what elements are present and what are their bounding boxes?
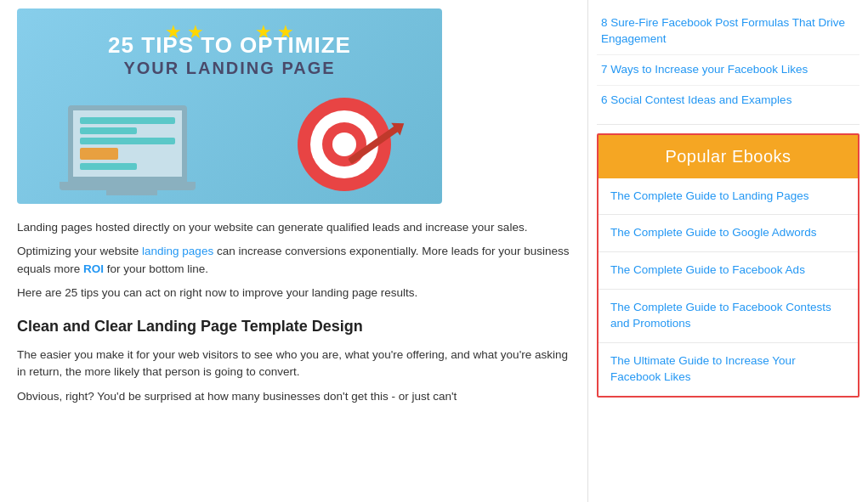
sidebar-link[interactable]: 6 Social Contest Ideas and Examples [597, 86, 859, 116]
landing-pages-link[interactable]: landing pages [142, 245, 213, 257]
body-p2-end: for your bottom line. [104, 262, 208, 275]
ebook-item: The Complete Guide to Facebook Ads [599, 252, 858, 290]
ebook-link[interactable]: The Complete Guide to Google Adwords [610, 226, 816, 239]
ebook-item: The Ultimate Guide to Increase Your Face… [599, 343, 858, 396]
ebooks-header: Popular Ebooks [599, 135, 858, 178]
body-text: Landing pages hosted directly on your we… [17, 219, 570, 405]
ebook-link[interactable]: The Complete Guide to Facebook Ads [610, 263, 805, 276]
ebook-link[interactable]: The Complete Guide to Facebook Contests … [610, 301, 831, 330]
ebooks-list: The Complete Guide to Landing PagesThe C… [599, 178, 858, 396]
body-p2-start: Optimizing your website [17, 245, 142, 257]
target-illustration [298, 98, 391, 191]
target-ring3 [322, 122, 366, 166]
body-p1: Landing pages hosted directly on your we… [17, 219, 570, 236]
laptop-screen [68, 105, 187, 182]
screen-bar-2 [80, 127, 137, 134]
ebooks-box: Popular Ebooks The Complete Guide to Lan… [597, 133, 859, 398]
body-p3: Here are 25 tips you can act on right no… [17, 285, 570, 302]
main-content: ★ ★ ★ ★ 25 TIPS TO OPTIMIZE YOUR LANDING… [0, 0, 587, 502]
hero-line2: YOUR LANDING PAGE [108, 59, 351, 78]
roi-link: ROI [83, 262, 104, 275]
sidebar: 8 Sure-Fire Facebook Post Formulas That … [587, 0, 868, 502]
sidebar-link[interactable]: 8 Sure-Fire Facebook Post Formulas That … [597, 8, 859, 55]
ebook-item: The Complete Guide to Facebook Contests … [599, 290, 858, 343]
target-center [332, 133, 356, 156]
screen-bar-1 [80, 117, 175, 124]
screen-bar-4 [80, 163, 137, 170]
screen-content [73, 110, 182, 177]
target-outer [298, 98, 391, 191]
laptop-base [60, 182, 196, 190]
body-p4: The easier you make it for your web visi… [17, 347, 570, 381]
section-heading: Clean and Clear Landing Page Template De… [17, 315, 570, 338]
body-p5: Obvious, right? You'd be surprised at ho… [17, 388, 570, 405]
hero-line1: 25 TIPS TO OPTIMIZE [108, 32, 351, 59]
screen-bar-orange [80, 148, 118, 160]
ebook-link[interactable]: The Ultimate Guide to Increase Your Face… [610, 354, 796, 383]
sidebar-link[interactable]: 7 Ways to Increase your Facebook Likes [597, 55, 859, 86]
ebook-item: The Complete Guide to Google Adwords [599, 215, 858, 252]
ebook-link[interactable]: The Complete Guide to Landing Pages [610, 189, 808, 202]
hero-heading: 25 TIPS TO OPTIMIZE YOUR LANDING PAGE [108, 32, 351, 78]
laptop-illustration [68, 105, 196, 195]
screen-bar-3 [80, 138, 175, 144]
laptop-stand [106, 190, 157, 195]
body-p2: Optimizing your website landing pages ca… [17, 243, 570, 278]
ebook-item: The Complete Guide to Landing Pages [599, 178, 858, 216]
ebooks-header-text: Popular Ebooks [665, 147, 791, 166]
sidebar-links: 8 Sure-Fire Facebook Post Formulas That … [597, 0, 859, 125]
hero-image: ★ ★ ★ ★ 25 TIPS TO OPTIMIZE YOUR LANDING… [17, 8, 442, 204]
